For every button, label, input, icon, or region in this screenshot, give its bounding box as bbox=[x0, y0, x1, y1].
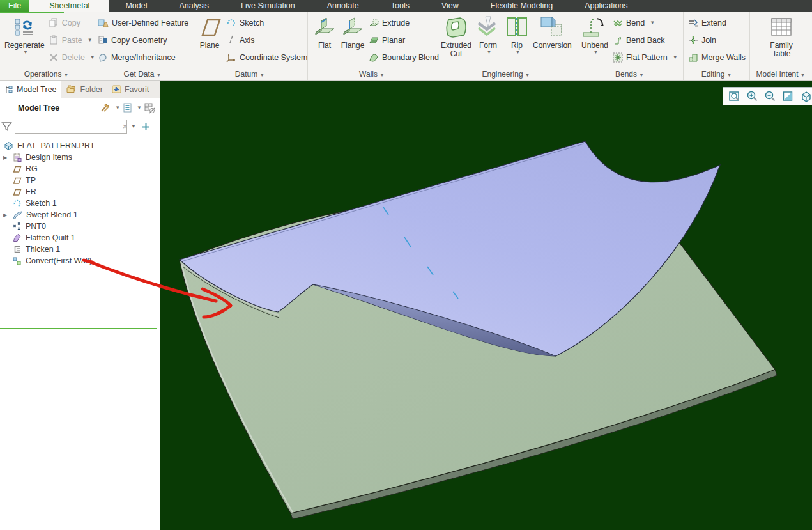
bend-button[interactable]: Bend▼ bbox=[611, 14, 680, 31]
tab-folder-browser[interactable]: Folder bbox=[61, 81, 107, 98]
delete-x-icon bbox=[49, 52, 59, 63]
unbend-button[interactable]: Unbend ▼ bbox=[579, 13, 611, 66]
tree-item-pnt0[interactable]: PNT0 bbox=[0, 221, 160, 232]
panel-tabs: Model Tree Folder Favorit bbox=[0, 81, 160, 98]
chevron-down-icon[interactable]: ▼ bbox=[115, 105, 120, 111]
join-button[interactable]: Join bbox=[686, 31, 747, 49]
refit-icon[interactable] bbox=[780, 88, 796, 104]
tab-live-simulation[interactable]: Live Simulation bbox=[225, 0, 311, 12]
tree-tools-icon[interactable] bbox=[100, 103, 111, 113]
copy-button[interactable]: Copy bbox=[47, 14, 97, 31]
paste-button[interactable]: Paste▼ bbox=[47, 31, 97, 49]
chevron-down-icon[interactable]: ▼ bbox=[516, 50, 521, 55]
tree-item-design-items[interactable]: ▶ Design Items bbox=[0, 152, 160, 163]
plane-button[interactable]: Plane bbox=[195, 13, 224, 66]
tab-file[interactable]: File bbox=[0, 0, 29, 12]
datum-plane-icon bbox=[197, 13, 222, 42]
group-label-bends[interactable]: Bends▼ bbox=[576, 70, 683, 79]
group-label-engineering[interactable]: Engineering▼ bbox=[436, 70, 576, 79]
form-button[interactable]: Form ▼ bbox=[473, 13, 503, 66]
tab-model[interactable]: Model bbox=[109, 0, 163, 12]
tree-item-tp[interactable]: TP bbox=[0, 175, 160, 186]
expand-arrow-icon[interactable]: ▶ bbox=[1, 155, 9, 160]
tab-flexible-modeling[interactable]: Flexible Modeling bbox=[475, 0, 569, 12]
extrude-button[interactable]: Extrude bbox=[367, 14, 441, 31]
ribbon: Regenerate ▼ Copy Paste▼ Delete▼ Operati… bbox=[0, 12, 812, 81]
coordinate-system-button[interactable]: Coordinate System bbox=[224, 49, 309, 66]
group-model-intent: Family Table Model Intent▼ bbox=[750, 12, 811, 80]
regenerate-button[interactable]: Regenerate ▼ bbox=[3, 13, 47, 66]
zoom-in-icon[interactable] bbox=[744, 88, 760, 104]
extruded-cut-button[interactable]: Extruded Cut bbox=[439, 13, 473, 66]
tree-item-part[interactable]: FLAT_PATTERN.PRT bbox=[0, 140, 160, 152]
paste-icon bbox=[49, 35, 59, 45]
bend-back-button[interactable]: Bend Back bbox=[611, 31, 680, 49]
group-label-datum[interactable]: Datum▼ bbox=[192, 70, 307, 79]
insertion-locator-line[interactable] bbox=[0, 328, 157, 329]
zoom-window-icon[interactable] bbox=[726, 88, 742, 104]
tab-annotate[interactable]: Annotate bbox=[311, 0, 375, 12]
sketch-icon bbox=[226, 18, 236, 28]
chevron-down-icon[interactable]: ▼ bbox=[131, 124, 136, 129]
rip-icon bbox=[505, 13, 529, 42]
tab-view[interactable]: View bbox=[425, 0, 475, 12]
tree-item-swept-blend[interactable]: ▶ Swept Blend 1 bbox=[0, 209, 160, 221]
tree-item-rg[interactable]: RG bbox=[0, 163, 160, 175]
flat-wall-button[interactable]: Flat bbox=[310, 13, 339, 66]
tab-analysis[interactable]: Analysis bbox=[163, 0, 225, 12]
tree-item-fr[interactable]: FR bbox=[0, 186, 160, 198]
tree-item-flatten-quilt[interactable]: Flatten Quilt 1 bbox=[0, 232, 160, 244]
tab-favorites[interactable]: Favorit bbox=[107, 81, 153, 98]
tree-item-convert-first-wall[interactable]: Convert(First Wall) bbox=[0, 255, 160, 267]
boundary-blend-button[interactable]: Boundary Blend bbox=[367, 49, 441, 66]
delete-button[interactable]: Delete▼ bbox=[47, 49, 97, 66]
group-label-walls[interactable]: Walls▼ bbox=[308, 70, 436, 79]
user-defined-feature-button[interactable]: User-Defined Feature bbox=[96, 14, 190, 31]
merge-walls-button[interactable]: Merge Walls bbox=[686, 49, 747, 66]
tree-filters-icon[interactable] bbox=[123, 103, 132, 113]
part-icon bbox=[4, 141, 13, 151]
copy-geometry-button[interactable]: Copy Geometry bbox=[96, 31, 190, 49]
tab-sheetmetal[interactable]: Sheetmetal bbox=[29, 0, 109, 12]
model-3d-view[interactable] bbox=[160, 81, 812, 530]
conversion-button[interactable]: Conversion bbox=[531, 13, 574, 66]
tree-display-settings-icon[interactable] bbox=[144, 103, 157, 114]
graphics-toolbar bbox=[723, 87, 812, 105]
sketch-button[interactable]: Sketch bbox=[224, 14, 309, 31]
rip-button[interactable]: Rip ▼ bbox=[503, 13, 531, 66]
tree-filter-row: × ▼ bbox=[0, 118, 160, 136]
zoom-out-icon[interactable] bbox=[762, 88, 778, 104]
group-label-editing[interactable]: Editing▼ bbox=[684, 70, 749, 79]
add-filter-plus-icon[interactable] bbox=[142, 123, 150, 131]
chevron-down-icon[interactable]: ▼ bbox=[137, 105, 142, 111]
planar-button[interactable]: Planar bbox=[367, 31, 441, 49]
merge-inheritance-button[interactable]: Merge/Inheritance bbox=[96, 49, 190, 66]
named-views-icon[interactable] bbox=[798, 88, 812, 104]
extend-button[interactable]: Extend bbox=[686, 14, 747, 31]
chevron-down-icon[interactable]: ▼ bbox=[23, 50, 28, 55]
group-label-model-intent[interactable]: Model Intent▼ bbox=[750, 70, 811, 79]
chevron-down-icon[interactable]: ▼ bbox=[594, 50, 599, 55]
form-icon bbox=[475, 13, 501, 42]
expand-arrow-icon[interactable]: ▶ bbox=[1, 212, 9, 218]
axis-button[interactable]: Axis bbox=[224, 31, 309, 49]
tree-item-sketch[interactable]: Sketch 1 bbox=[0, 198, 160, 209]
chevron-down-icon[interactable]: ▼ bbox=[487, 50, 492, 55]
unbend-icon bbox=[581, 13, 609, 42]
clear-search-icon[interactable]: × bbox=[119, 122, 130, 131]
tab-applications[interactable]: Applications bbox=[569, 0, 643, 12]
graphics-viewport[interactable] bbox=[160, 81, 812, 530]
group-label-operations[interactable]: Operations▼ bbox=[0, 70, 93, 79]
tab-tools[interactable]: Tools bbox=[375, 0, 425, 12]
bend-icon bbox=[613, 18, 623, 28]
family-table-button[interactable]: Family Table bbox=[768, 13, 794, 66]
tree-item-thicken[interactable]: Thicken 1 bbox=[0, 244, 160, 255]
group-label-get-data[interactable]: Get Data▼ bbox=[93, 70, 192, 79]
filter-funnel-icon[interactable] bbox=[1, 121, 12, 132]
tree-search-input[interactable] bbox=[15, 121, 119, 132]
tab-model-tree[interactable]: Model Tree bbox=[0, 81, 61, 98]
extend-icon bbox=[688, 18, 698, 28]
flat-pattern-button[interactable]: Flat Pattern▼ bbox=[611, 49, 680, 66]
group-get-data: User-Defined Feature Copy Geometry Merge… bbox=[93, 12, 192, 80]
flange-wall-button[interactable]: Flange bbox=[339, 13, 367, 66]
